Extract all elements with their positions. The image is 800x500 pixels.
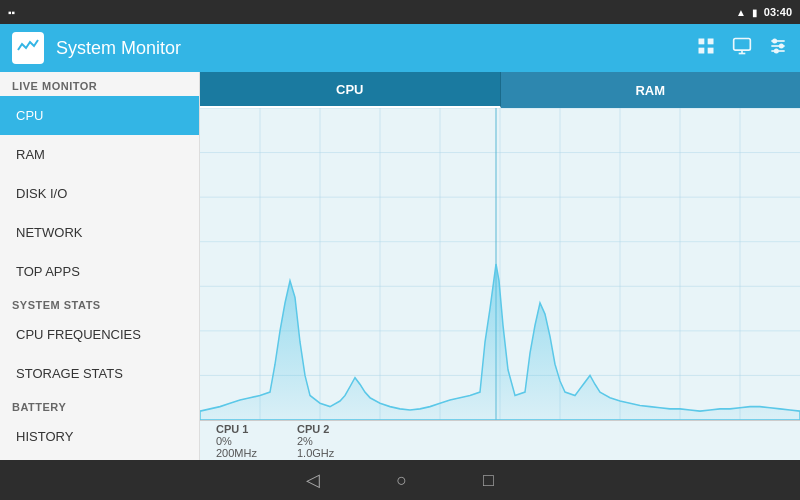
status-time: 03:40 <box>764 6 792 18</box>
svg-point-10 <box>773 39 776 42</box>
sidebar-item-diskio[interactable]: DISK I/O <box>0 174 199 213</box>
svg-point-11 <box>780 44 783 47</box>
svg-rect-1 <box>708 38 714 44</box>
app-title: System Monitor <box>56 38 684 59</box>
tab-bar: CPURAM <box>200 72 800 108</box>
cpu-label-title: CPU 2 <box>297 423 334 435</box>
action-icons <box>696 36 788 61</box>
settings-button[interactable] <box>768 36 788 61</box>
sidebar-item-storage[interactable]: STORAGE STATS <box>0 354 199 393</box>
svg-rect-0 <box>699 38 705 44</box>
main-content: LIVE MONITORCPURAMDISK I/ONETWORKTOP APP… <box>0 72 800 460</box>
sidebar-item-cpu[interactable]: CPU <box>0 96 199 135</box>
svg-rect-2 <box>699 47 705 53</box>
battery-icon: ▮ <box>752 7 758 18</box>
cpu-label-pct: 0% <box>216 435 257 447</box>
sidebar-item-history[interactable]: HISTORY <box>0 417 199 456</box>
status-bar: ▪▪ ▲ ▮ 03:40 <box>0 0 800 24</box>
svg-rect-3 <box>708 47 714 53</box>
svg-rect-4 <box>734 38 751 50</box>
status-right: ▲ ▮ 03:40 <box>736 6 792 18</box>
cpu-label-pct: 2% <box>297 435 334 447</box>
cpu-label-group: CPU 10%200MHz <box>216 423 257 459</box>
monitor-view-button[interactable] <box>732 36 752 61</box>
sidebar-section-header: BATTERY <box>0 393 199 417</box>
cpu-label-title: CPU 1 <box>216 423 257 435</box>
sidebar-item-network[interactable]: NETWORK <box>0 213 199 252</box>
chart-container <box>200 108 800 420</box>
chart-labels: CPU 10%200MHzCPU 22%1.0GHz <box>200 420 800 460</box>
sidebar-item-ram[interactable]: RAM <box>0 135 199 174</box>
sidebar: LIVE MONITORCPURAMDISK I/ONETWORKTOP APP… <box>0 72 200 460</box>
cpu-label-freq: 200MHz <box>216 447 257 459</box>
sidebar-item-cpufreq[interactable]: CPU FREQUENCIES <box>0 315 199 354</box>
app-logo <box>12 32 44 64</box>
wifi-icon: ▲ <box>736 7 746 18</box>
tab-cpu[interactable]: CPU <box>200 72 501 108</box>
grid-view-button[interactable] <box>696 36 716 61</box>
cpu-label-group: CPU 22%1.0GHz <box>297 423 334 459</box>
sidebar-section-header: LIVE MONITOR <box>0 72 199 96</box>
sidebar-item-topapps[interactable]: TOP APPS <box>0 252 199 291</box>
app-status-icon: ▪▪ <box>8 7 15 18</box>
cpu-label-freq: 1.0GHz <box>297 447 334 459</box>
svg-point-12 <box>775 49 778 52</box>
nav-bar: ◁ ○ □ <box>0 460 800 500</box>
cpu-chart <box>200 108 800 420</box>
status-left: ▪▪ <box>8 7 15 18</box>
home-button[interactable]: ○ <box>388 466 415 495</box>
action-bar: System Monitor <box>0 24 800 72</box>
back-button[interactable]: ◁ <box>298 465 328 495</box>
chart-area: CPURAM <box>200 72 800 460</box>
sidebar-section-header: SYSTEM STATS <box>0 291 199 315</box>
tab-ram[interactable]: RAM <box>501 72 801 108</box>
recent-button[interactable]: □ <box>475 466 502 495</box>
